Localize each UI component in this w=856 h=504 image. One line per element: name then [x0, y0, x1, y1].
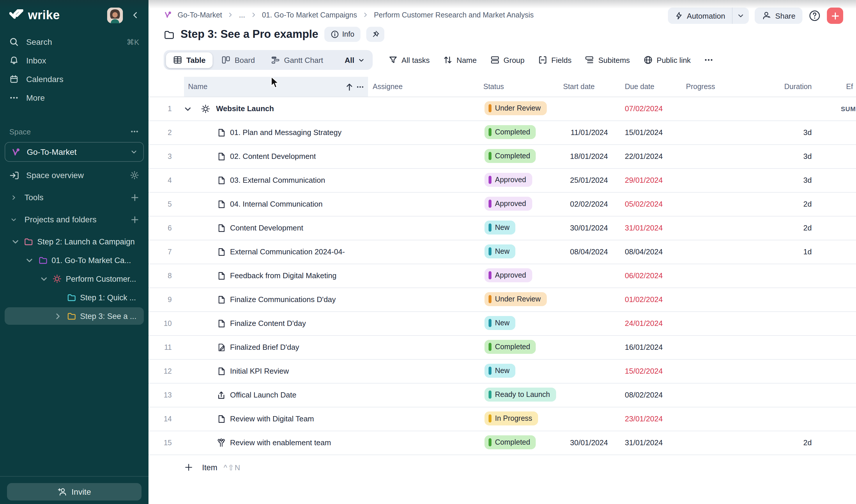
info-button[interactable]: Info [324, 27, 361, 42]
due-date[interactable]: 01/02/2024 [625, 288, 663, 311]
toolbar-all-tasks-button[interactable]: All tasks [388, 55, 430, 65]
start-date[interactable]: 08/04/2024 [550, 240, 608, 264]
table-row[interactable]: 1Website LaunchUnder Review07/02/2024SUM [149, 96, 856, 121]
expand-chevron-icon[interactable] [184, 105, 192, 113]
due-date[interactable]: 06/02/2024 [625, 264, 663, 288]
view-tab-gantt[interactable]: Gantt Chart [263, 52, 330, 68]
due-date[interactable]: 15/01/2024 [625, 121, 663, 144]
column-header-start-date[interactable]: Start date [563, 77, 595, 96]
start-date[interactable]: 30/01/2024 [550, 431, 608, 454]
duration[interactable]: 3d [753, 121, 812, 144]
invite-button[interactable]: Invite [7, 483, 141, 501]
table-row[interactable]: 302. Content DevelopmentCompleted18/01/2… [149, 144, 856, 169]
due-date[interactable]: 31/01/2024 [625, 431, 663, 454]
table-row[interactable]: 403. External CommunicationApproved25/01… [149, 168, 856, 193]
column-header-assignee[interactable]: Assignee [373, 77, 403, 96]
task-name[interactable]: Offical Launch Date [230, 383, 296, 407]
breadcrumb-item[interactable]: ... [239, 11, 245, 19]
tree-item[interactable]: Step 2: Launch a Campaign [5, 233, 144, 250]
plus-icon[interactable] [130, 193, 139, 202]
column-menu-icon[interactable] [356, 82, 365, 91]
duration[interactable]: 2d [753, 192, 812, 216]
status-badge[interactable]: Approved [485, 197, 532, 211]
status-badge[interactable]: Approved [485, 173, 532, 187]
task-name[interactable]: 01. Plan and Messaging Strategy [230, 121, 342, 144]
sidebar-item-inbox[interactable]: Inbox [0, 51, 149, 70]
due-date[interactable]: 23/01/2024 [625, 407, 663, 431]
task-name[interactable]: Review with Digital Team [230, 407, 314, 431]
table-row[interactable]: 7External Communication 2024-04-New08/04… [149, 240, 856, 264]
due-date[interactable]: 16/01/2024 [625, 335, 663, 359]
status-badge[interactable]: In Progress [485, 412, 538, 426]
duration[interactable]: 1d [753, 240, 812, 264]
duration[interactable]: 3d [753, 168, 812, 192]
status-badge[interactable]: Under Review [485, 292, 546, 306]
tree-item[interactable]: Step 1: Quick ... [5, 289, 144, 306]
sidebar-item-space-overview[interactable]: Space overview [0, 166, 149, 184]
due-date[interactable]: 31/01/2024 [625, 216, 663, 240]
table-row[interactable]: 13Offical Launch DateReady to Launch08/0… [149, 383, 856, 408]
due-date[interactable]: 15/02/2024 [625, 359, 663, 383]
sidebar-item-calendars[interactable]: Calendars [0, 70, 149, 88]
sidebar-item-search[interactable]: Search⌘K [0, 33, 149, 51]
gear-icon[interactable] [130, 170, 139, 180]
column-header-status[interactable]: Status [483, 77, 504, 96]
column-header-duration[interactable]: Duration [753, 77, 812, 96]
create-new-button[interactable] [827, 7, 843, 24]
status-badge[interactable]: Completed [485, 125, 536, 139]
toolbar-sort-name-button[interactable]: Name [443, 55, 477, 65]
chevron-down-icon[interactable] [11, 237, 19, 246]
task-name[interactable]: Content Development [230, 216, 303, 240]
duration[interactable]: 3d [753, 144, 812, 168]
toolbar-more-button[interactable] [704, 55, 713, 65]
status-badge[interactable]: New [485, 245, 516, 258]
column-header-progress[interactable]: Progress [686, 77, 715, 96]
help-button[interactable] [808, 9, 821, 22]
breadcrumb-item[interactable]: Go-To-Market [178, 11, 222, 19]
table-row[interactable]: 11Finalized Brief D'dayCompleted16/01/20… [149, 335, 856, 360]
column-header-effort[interactable]: Ef [846, 77, 853, 96]
plus-icon[interactable] [130, 215, 139, 224]
toolbar-group-button[interactable]: Group [490, 55, 524, 65]
table-row[interactable]: 15Review with enablement teamCompleted30… [149, 431, 856, 455]
scope-selector[interactable]: All [339, 52, 370, 68]
breadcrumb-item[interactable]: Perform Customer Research and Market Ana… [374, 11, 534, 19]
view-tab-board[interactable]: Board [214, 52, 262, 68]
tree-item[interactable]: Perform Customer... [5, 270, 144, 288]
start-date[interactable]: 18/01/2024 [550, 144, 608, 168]
status-badge[interactable]: Approved [485, 268, 532, 282]
space-more-icon[interactable] [130, 127, 139, 136]
due-date[interactable]: 05/02/2024 [625, 192, 663, 216]
task-name[interactable]: Website Launch [216, 96, 274, 121]
pin-button[interactable] [367, 27, 385, 42]
task-name[interactable]: 03. External Communication [230, 168, 325, 192]
table-row[interactable]: 201. Plan and Messaging StrategyComplete… [149, 121, 856, 145]
due-date[interactable]: 08/02/2024 [625, 383, 663, 407]
task-name[interactable]: Feedback from Digital Maketing [230, 264, 336, 288]
task-name[interactable]: Finalize Communications D'day [230, 288, 336, 311]
chevron-down-icon[interactable] [25, 256, 34, 265]
sidebar-item-tools[interactable]: Tools [0, 188, 149, 206]
sidebar-item-projects-folders[interactable]: Projects and folders [0, 211, 149, 228]
status-badge[interactable]: Ready to Launch [485, 388, 556, 401]
space-selector[interactable]: Go-To-Market [5, 142, 144, 162]
due-date[interactable]: 24/01/2024 [625, 311, 663, 335]
status-badge[interactable]: New [485, 364, 516, 378]
column-header-name[interactable]: Name [184, 77, 368, 96]
status-badge[interactable]: Completed [485, 340, 536, 354]
task-name[interactable]: Finalized Brief D'day [230, 335, 299, 359]
due-date[interactable]: 08/04/2024 [625, 240, 663, 264]
toolbar-fields-button[interactable]: Fields [538, 55, 572, 65]
view-tab-table[interactable]: Table [166, 52, 212, 68]
task-name[interactable]: Review with enablement team [230, 431, 331, 454]
task-name[interactable]: 04. Internal Communication [230, 192, 322, 216]
chevron-down-icon[interactable] [40, 274, 48, 283]
status-badge[interactable]: Completed [485, 149, 536, 163]
sort-ascending-icon[interactable] [345, 82, 353, 91]
due-date[interactable]: 22/01/2024 [625, 144, 663, 168]
share-button[interactable]: Share [755, 7, 802, 24]
start-date[interactable]: 30/01/2024 [550, 216, 608, 240]
status-badge[interactable]: New [485, 316, 516, 330]
add-item-row[interactable]: Item ^⇧N [149, 458, 856, 476]
task-name[interactable]: Initial KPI Review [230, 359, 289, 383]
